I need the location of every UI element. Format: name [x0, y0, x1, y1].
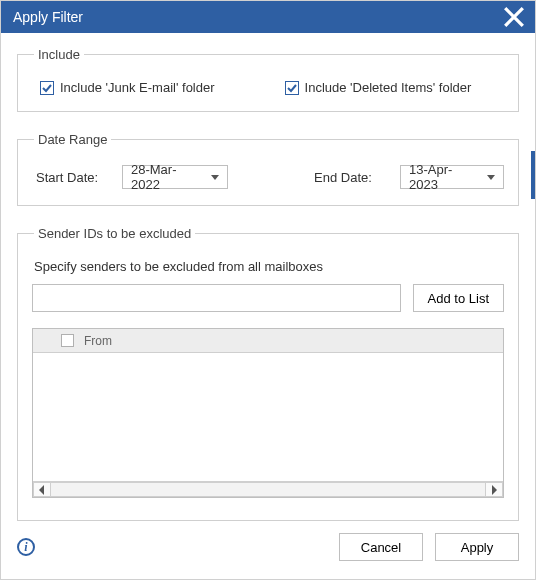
svg-marker-1 [492, 485, 497, 495]
end-date-picker[interactable]: 13-Apr-2023 [400, 165, 504, 189]
include-legend: Include [34, 47, 84, 62]
start-date-label: Start Date: [36, 170, 104, 185]
info-icon[interactable]: i [17, 538, 35, 556]
chevron-down-icon [487, 175, 495, 180]
senders-legend: Sender IDs to be excluded [34, 226, 195, 241]
include-deleted-checkbox[interactable]: Include 'Deleted Items' folder [285, 80, 472, 95]
include-junk-label: Include 'Junk E-mail' folder [60, 80, 215, 95]
grid-header: From [33, 329, 503, 353]
dialog-footer: i Cancel Apply [17, 533, 519, 561]
cancel-button[interactable]: Cancel [339, 533, 423, 561]
chevron-down-icon [211, 175, 219, 180]
column-header-from: From [84, 334, 112, 348]
start-date-picker[interactable]: 28-Mar-2022 [122, 165, 228, 189]
start-date-value: 28-Mar-2022 [131, 162, 201, 192]
titlebar: Apply Filter [1, 1, 535, 33]
daterange-group: Date Range Start Date: 28-Mar-2022 End D… [17, 132, 519, 206]
daterange-legend: Date Range [34, 132, 111, 147]
dialog-title: Apply Filter [13, 9, 83, 25]
scroll-right-icon[interactable] [485, 482, 503, 497]
senders-instruction: Specify senders to be excluded from all … [34, 259, 504, 274]
include-junk-checkbox[interactable]: Include 'Junk E-mail' folder [40, 80, 215, 95]
end-date-value: 13-Apr-2023 [409, 162, 477, 192]
checkbox-icon [40, 81, 54, 95]
horizontal-scrollbar[interactable] [33, 481, 503, 497]
add-to-list-button[interactable]: Add to List [413, 284, 504, 312]
scroll-track[interactable] [51, 482, 485, 497]
scroll-left-icon[interactable] [33, 482, 51, 497]
senders-grid: From [32, 328, 504, 498]
select-all-checkbox[interactable] [61, 334, 74, 347]
checkbox-icon [285, 81, 299, 95]
decorative-edge [531, 151, 535, 199]
include-group: Include Include 'Junk E-mail' folder Inc… [17, 47, 519, 112]
grid-body [33, 353, 503, 481]
svg-marker-0 [39, 485, 44, 495]
close-icon[interactable] [503, 6, 525, 28]
senders-group: Sender IDs to be excluded Specify sender… [17, 226, 519, 521]
end-date-label: End Date: [314, 170, 382, 185]
sender-input[interactable] [32, 284, 401, 312]
include-deleted-label: Include 'Deleted Items' folder [305, 80, 472, 95]
apply-button[interactable]: Apply [435, 533, 519, 561]
